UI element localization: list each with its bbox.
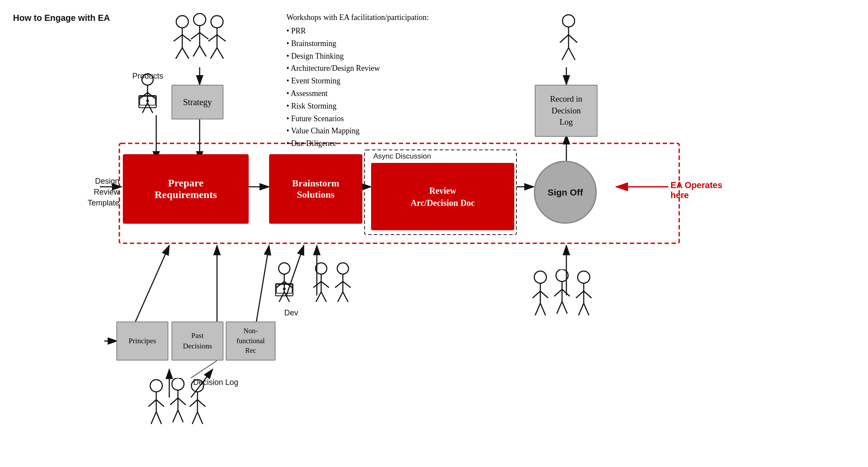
svg-line-86 (170, 398, 178, 405)
svg-line-106 (557, 301, 562, 314)
svg-line-12 (135, 245, 169, 324)
svg-point-65 (283, 288, 286, 290)
svg-line-83 (156, 412, 161, 424)
svg-line-107 (562, 301, 567, 314)
svg-line-68 (313, 282, 321, 288)
svg-line-34 (193, 46, 200, 56)
arrows-svg (0, 0, 868, 467)
svg-point-72 (337, 263, 349, 274)
svg-line-77 (343, 292, 348, 302)
svg-line-71 (321, 292, 326, 302)
svg-line-112 (579, 303, 584, 315)
svg-point-51 (562, 15, 575, 27)
svg-line-35 (200, 46, 206, 56)
workshop-item: • Design Thinking (286, 50, 429, 63)
svg-line-38 (208, 35, 217, 41)
people-group-top (165, 13, 234, 65)
decision-log-label: Decision Log (193, 378, 238, 387)
prepare-requirements-box: PrepareRequirements (123, 154, 249, 224)
svg-line-70 (316, 292, 321, 302)
dev-label: Dev (284, 308, 298, 318)
svg-line-27 (182, 35, 191, 41)
svg-point-57 (279, 263, 290, 274)
workshop-item: • Architecture/Design Review (286, 62, 429, 75)
async-discussion-label: Async Discussion (373, 152, 431, 161)
main-title: How to Engage with EA (13, 13, 110, 23)
svg-line-54 (569, 35, 577, 43)
svg-line-19 (191, 361, 217, 378)
svg-line-76 (338, 292, 343, 302)
workshop-item: • Assessment (286, 87, 429, 100)
svg-line-74 (335, 282, 343, 288)
svg-point-96 (534, 271, 546, 283)
brainstorm-solutions-box: BrainstormSolutions (269, 154, 362, 224)
workshop-item: • Future Scenarios (286, 113, 429, 125)
principes-box: Principes (116, 321, 168, 361)
svg-line-101 (540, 303, 546, 315)
diagram: How to Engage with EA Workshops with EA … (0, 0, 868, 467)
person-laptop (130, 72, 169, 115)
svg-line-92 (190, 400, 197, 407)
svg-line-99 (540, 291, 548, 298)
svg-point-50 (146, 99, 149, 102)
svg-line-113 (584, 303, 589, 315)
strategy-box: Strategy (171, 85, 224, 119)
svg-line-104 (554, 289, 562, 296)
svg-point-102 (556, 269, 568, 282)
svg-line-40 (210, 48, 217, 59)
svg-line-111 (584, 291, 592, 298)
svg-line-53 (560, 35, 569, 43)
svg-line-88 (173, 410, 178, 422)
svg-point-66 (316, 263, 327, 274)
svg-line-56 (569, 48, 575, 60)
sign-off-circle: Sign Off (534, 161, 597, 224)
workshop-item: • Due Diligence (286, 137, 429, 150)
workshop-item: • PRR (286, 25, 429, 37)
workshop-item: • Brainstorming (286, 37, 429, 50)
svg-line-105 (562, 289, 570, 296)
past-decisions-box: PastDecisions (171, 321, 224, 361)
svg-point-84 (172, 378, 184, 390)
svg-point-108 (578, 271, 590, 283)
svg-line-39 (217, 35, 226, 41)
svg-point-42 (142, 74, 153, 85)
svg-line-69 (321, 282, 329, 288)
svg-line-98 (533, 291, 540, 298)
svg-line-55 (562, 48, 569, 60)
svg-line-95 (197, 412, 203, 424)
svg-line-33 (200, 33, 208, 39)
svg-line-81 (156, 400, 164, 407)
svg-line-32 (191, 33, 200, 39)
design-review-template-label: DesignReviewTemplate (39, 176, 119, 209)
person-top-right (551, 13, 586, 65)
dev-person (267, 261, 306, 308)
svg-point-36 (211, 16, 223, 28)
svg-line-75 (343, 282, 351, 288)
svg-line-82 (151, 412, 156, 424)
svg-line-28 (176, 48, 182, 59)
workshop-item: • Event Storming (286, 75, 429, 87)
svg-line-26 (174, 35, 182, 41)
workshops-title: Workshops with EA facilitation/participa… (286, 13, 429, 22)
record-decision-log-box: Record inDecisionLog (535, 85, 598, 137)
dev-people-group (308, 261, 360, 308)
svg-line-100 (535, 303, 540, 315)
ea-operates-here-label: EA Operateshere (671, 180, 722, 200)
svg-line-87 (178, 398, 186, 405)
people-bottom-right (527, 269, 605, 326)
workshop-item: • Value Chain Mapping (286, 125, 429, 137)
svg-point-30 (194, 13, 206, 26)
svg-line-93 (197, 400, 205, 407)
review-arc-box: ReviewArc/Decision Doc (371, 163, 514, 230)
svg-line-41 (217, 48, 224, 59)
svg-line-80 (148, 400, 156, 407)
svg-line-94 (192, 412, 197, 424)
svg-line-89 (178, 410, 183, 422)
workshop-item: • Risk Storming (286, 100, 429, 113)
non-functional-rec-box: Non-functionalRec (226, 321, 276, 361)
svg-point-78 (150, 380, 162, 392)
svg-point-24 (176, 16, 188, 28)
workshops-section: Workshops with EA facilitation/participa… (286, 13, 429, 150)
workshops-list: • PRR• Brainstorming• Design Thinking• A… (286, 25, 429, 150)
svg-line-110 (576, 291, 584, 298)
